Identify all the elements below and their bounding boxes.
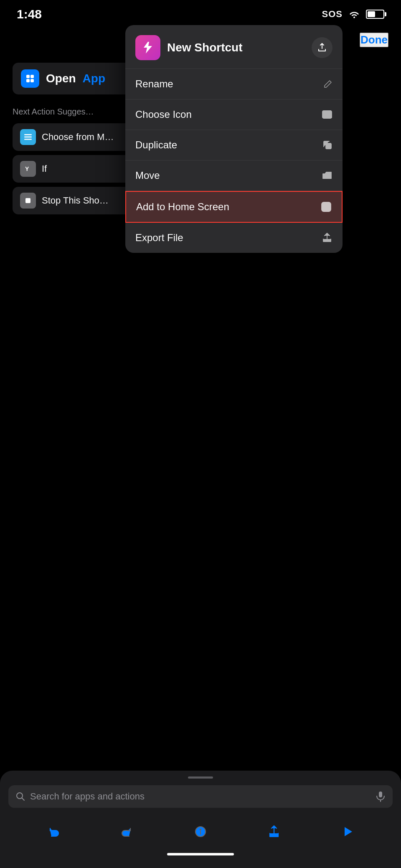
dropdown-menu: New Shortcut Rename Choose Icon Duplicat…: [125, 25, 343, 253]
sos-label: SOS: [322, 9, 343, 20]
bottom-area: Search for apps and actions: [0, 771, 401, 868]
shortcut-icon-large: [135, 35, 160, 60]
if-icon: Y: [20, 161, 36, 177]
menu-item-choose-icon[interactable]: Choose Icon: [125, 99, 343, 130]
menu-header-left: New Shortcut: [135, 35, 242, 60]
header-share-button[interactable]: [312, 37, 332, 58]
svg-rect-1: [30, 75, 34, 78]
svg-rect-5: [24, 137, 32, 138]
status-time: 1:48: [17, 7, 42, 21]
svg-point-21: [200, 829, 201, 830]
choose-from-menu-text: Choose from M…: [42, 132, 114, 143]
duplicate-icon: [322, 140, 332, 150]
export-file-label: Export File: [135, 232, 183, 244]
redo-button[interactable]: [116, 820, 138, 843]
wifi-icon: [348, 10, 360, 19]
move-icon: [322, 171, 332, 180]
duplicate-label: Duplicate: [135, 139, 177, 151]
export-file-icon: [322, 232, 332, 243]
if-text: If: [42, 163, 47, 174]
svg-rect-3: [30, 79, 34, 82]
play-button[interactable]: [336, 820, 359, 843]
undo-button[interactable]: [42, 820, 65, 843]
bottom-toolbar: [8, 816, 393, 847]
stop-text: Stop This Sho…: [42, 195, 109, 206]
menu-item-add-to-home-screen[interactable]: Add to Home Screen: [125, 191, 343, 223]
move-label: Move: [135, 170, 160, 181]
svg-rect-0: [26, 75, 30, 78]
choose-icon-label: Choose Icon: [135, 109, 192, 120]
svg-text:Y: Y: [25, 165, 29, 172]
add-to-home-screen-label: Add to Home Screen: [136, 201, 229, 213]
svg-marker-22: [345, 827, 352, 836]
rename-icon: [323, 79, 332, 89]
app-icon-blue: [21, 69, 39, 88]
menu-item-rename[interactable]: Rename: [125, 69, 343, 99]
choose-icon-icon: [322, 110, 332, 119]
menu-item-duplicate[interactable]: Duplicate: [125, 130, 343, 160]
battery-fill: [368, 11, 375, 17]
status-bar: 1:48 SOS: [0, 0, 401, 25]
svg-rect-2: [26, 79, 30, 82]
search-icon: [16, 792, 25, 801]
menu-title: New Shortcut: [167, 41, 242, 54]
microphone-icon: [376, 791, 385, 802]
rename-label: Rename: [135, 78, 173, 90]
svg-line-16: [22, 798, 25, 801]
search-placeholder: Search for apps and actions: [30, 791, 371, 802]
info-button[interactable]: [189, 820, 212, 843]
choose-from-menu-icon: [20, 129, 36, 145]
add-to-home-screen-icon: [321, 201, 332, 212]
open-text: Open: [46, 72, 76, 85]
menu-item-move[interactable]: Move: [125, 160, 343, 191]
battery-icon: [366, 10, 384, 19]
status-icons: SOS: [322, 9, 384, 20]
app-text: App: [83, 72, 105, 85]
svg-rect-8: [25, 198, 30, 203]
menu-item-export-file[interactable]: Export File: [125, 223, 343, 253]
search-bar[interactable]: Search for apps and actions: [8, 785, 393, 808]
home-indicator: [167, 853, 234, 855]
svg-rect-11: [326, 143, 331, 149]
stop-icon: [20, 193, 36, 209]
svg-rect-17: [379, 792, 382, 797]
svg-rect-6: [24, 139, 32, 140]
done-button[interactable]: Done: [360, 33, 388, 47]
drag-handle: [188, 776, 213, 779]
menu-header: New Shortcut: [125, 25, 343, 69]
svg-rect-4: [24, 134, 32, 135]
share-button[interactable]: [263, 820, 285, 843]
